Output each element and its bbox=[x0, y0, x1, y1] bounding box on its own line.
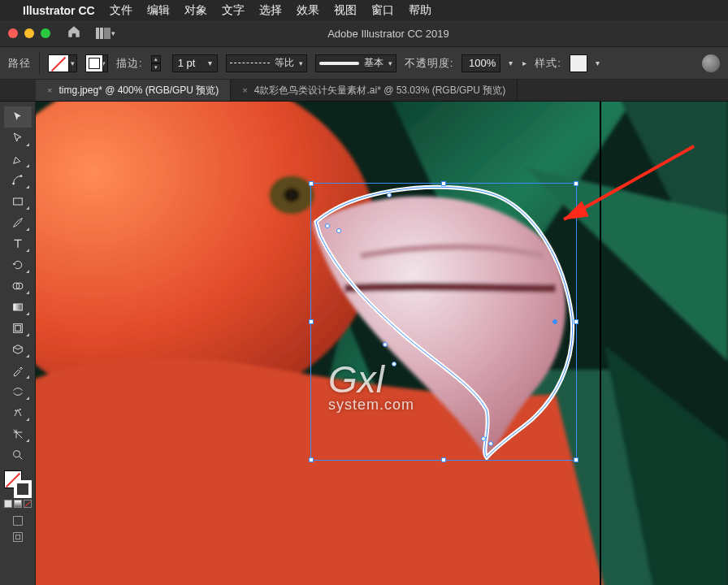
style-label[interactable]: 样式: bbox=[535, 56, 561, 71]
gradient-tool[interactable] bbox=[4, 297, 32, 318]
profile-label: 等比 bbox=[275, 56, 294, 70]
fill-swatch-group[interactable]: ▾ bbox=[48, 54, 77, 72]
menu-effect[interactable]: 效果 bbox=[297, 3, 319, 18]
rectangle-tool[interactable] bbox=[4, 191, 32, 212]
svg-point-11 bbox=[15, 410, 15, 411]
tab-label: 4款彩色鸟类设计矢量素材.ai* @ 53.03% (RGB/GPU 预览) bbox=[254, 84, 506, 98]
svg-point-3 bbox=[12, 183, 14, 184]
direct-selection-tool[interactable] bbox=[4, 128, 32, 149]
selection-tool[interactable] bbox=[4, 106, 32, 128]
rotate-tool[interactable] bbox=[4, 254, 32, 275]
anchor-point[interactable] bbox=[325, 223, 330, 228]
close-window-button[interactable] bbox=[8, 28, 18, 38]
type-tool[interactable] bbox=[4, 233, 32, 254]
menu-file[interactable]: 文件 bbox=[110, 3, 132, 18]
chevron-down-icon: ▾ bbox=[388, 59, 392, 67]
fill-swatch-chevron-icon[interactable]: ▾ bbox=[69, 54, 77, 72]
anchor-point[interactable] bbox=[383, 342, 388, 347]
system-menubar: Illustrator CC 文件 编辑 对象 文字 选择 效果 视图 窗口 帮… bbox=[0, 0, 728, 20]
fill-swatch[interactable] bbox=[48, 54, 69, 72]
annotation-arrow bbox=[540, 138, 702, 236]
svg-rect-14 bbox=[13, 517, 22, 526]
product-title: Adobe Illustrator CC 2019 bbox=[122, 28, 720, 40]
variable-width-profile-select[interactable]: 等比 ▾ bbox=[226, 54, 307, 72]
anchor-point[interactable] bbox=[481, 436, 486, 441]
paintbrush-tool[interactable] bbox=[4, 212, 32, 233]
minimize-window-button[interactable] bbox=[24, 28, 34, 38]
menu-object[interactable]: 对象 bbox=[184, 3, 207, 18]
chevron-down-icon: ▾ bbox=[208, 58, 212, 67]
tab-label: timg.jpeg* @ 400% (RGB/GPU 预览) bbox=[58, 84, 219, 98]
symbol-sprayer-tool[interactable] bbox=[4, 402, 32, 423]
svg-point-13 bbox=[13, 451, 20, 457]
svg-rect-8 bbox=[13, 304, 22, 310]
brush-definition-select[interactable]: 基本 ▾ bbox=[315, 54, 396, 72]
selection-type-label: 路径 bbox=[8, 56, 31, 71]
window-controls bbox=[8, 28, 50, 38]
anchor-point[interactable] bbox=[336, 228, 341, 233]
home-icon[interactable] bbox=[67, 24, 81, 42]
stroke-swatch[interactable] bbox=[89, 58, 100, 69]
blend-tool[interactable] bbox=[4, 381, 32, 402]
opacity-label[interactable]: 不透明度: bbox=[405, 56, 454, 71]
menu-type[interactable]: 文字 bbox=[222, 3, 245, 18]
anchor-point[interactable] bbox=[488, 441, 493, 446]
menu-window[interactable]: 窗口 bbox=[371, 3, 394, 18]
svg-rect-15 bbox=[13, 533, 22, 542]
color-mode-none[interactable] bbox=[24, 500, 32, 508]
artboard-tool[interactable] bbox=[4, 318, 32, 339]
zoom-tool[interactable] bbox=[4, 444, 32, 466]
color-mode-buttons[interactable] bbox=[4, 500, 32, 508]
stroke-width-value: 1 pt bbox=[178, 57, 196, 69]
stroke-proxy[interactable] bbox=[14, 480, 32, 498]
chevron-down-icon: ▾ bbox=[299, 59, 303, 67]
stroke-width-spinner[interactable]: ▴▾ bbox=[151, 55, 161, 72]
anchor-point[interactable] bbox=[552, 319, 557, 324]
svg-rect-5 bbox=[13, 198, 22, 205]
document-tab-2[interactable]: × 4款彩色鸟类设计矢量素材.ai* @ 53.03% (RGB/GPU 预览) bbox=[231, 80, 518, 101]
draw-mode-buttons[interactable] bbox=[11, 514, 24, 544]
control-bar: 路径 ▾ ▾ 描边: ▴▾ 1 pt ▾ 等比 ▾ 基本 ▾ 不透明度: 100… bbox=[0, 47, 728, 80]
opacity-input[interactable]: 100% bbox=[462, 54, 500, 72]
style-chevron-icon[interactable]: ▾ bbox=[596, 58, 600, 67]
slice-tool[interactable] bbox=[4, 423, 32, 444]
anchor-point[interactable] bbox=[392, 362, 396, 366]
menu-select[interactable]: 选择 bbox=[259, 3, 282, 18]
svg-rect-2 bbox=[104, 28, 110, 39]
svg-rect-0 bbox=[96, 28, 99, 39]
free-transform-tool[interactable] bbox=[4, 339, 32, 360]
anchor-point[interactable] bbox=[387, 193, 392, 197]
eyedropper-tool[interactable] bbox=[4, 360, 32, 381]
shape-builder-tool[interactable] bbox=[4, 275, 32, 297]
document-tab-1[interactable]: × timg.jpeg* @ 400% (RGB/GPU 预览) bbox=[36, 80, 231, 101]
close-tab-icon[interactable]: × bbox=[47, 85, 52, 95]
curvature-tool[interactable] bbox=[4, 170, 32, 191]
menu-edit[interactable]: 编辑 bbox=[147, 3, 170, 18]
document-canvas[interactable]: Gxl system.com bbox=[36, 102, 728, 585]
stroke-swatch-group[interactable]: ▾ bbox=[85, 54, 108, 72]
opacity-flyout-icon[interactable]: ▸ bbox=[522, 58, 526, 67]
opacity-chevron-icon[interactable]: ▾ bbox=[509, 58, 513, 67]
color-mode-gradient[interactable] bbox=[14, 500, 22, 508]
graphic-style-swatch[interactable] bbox=[570, 54, 587, 72]
color-mode-solid[interactable] bbox=[4, 500, 12, 508]
tools-panel bbox=[0, 102, 36, 585]
app-menu[interactable]: Illustrator CC bbox=[23, 4, 95, 17]
opacity-value: 100% bbox=[469, 57, 496, 69]
zoom-window-button[interactable] bbox=[41, 28, 50, 38]
pen-tool[interactable] bbox=[4, 149, 32, 170]
menu-help[interactable]: 帮助 bbox=[409, 3, 431, 18]
stroke-width-input[interactable]: 1 pt ▾ bbox=[172, 54, 218, 72]
svg-point-4 bbox=[20, 176, 22, 177]
selection-bounding-box[interactable] bbox=[310, 183, 577, 461]
arrange-documents-icon[interactable]: ▾ bbox=[96, 28, 115, 39]
stroke-label[interactable]: 描边: bbox=[116, 56, 143, 71]
document-tabs: × timg.jpeg* @ 400% (RGB/GPU 预览) × 4款彩色鸟… bbox=[0, 80, 728, 102]
svg-marker-23 bbox=[564, 202, 588, 219]
recolor-artwork-icon[interactable] bbox=[702, 54, 720, 72]
menu-view[interactable]: 视图 bbox=[334, 3, 357, 18]
fill-stroke-proxy[interactable] bbox=[4, 470, 32, 498]
separator bbox=[39, 53, 40, 74]
close-tab-icon[interactable]: × bbox=[242, 85, 247, 95]
svg-point-12 bbox=[20, 409, 20, 410]
